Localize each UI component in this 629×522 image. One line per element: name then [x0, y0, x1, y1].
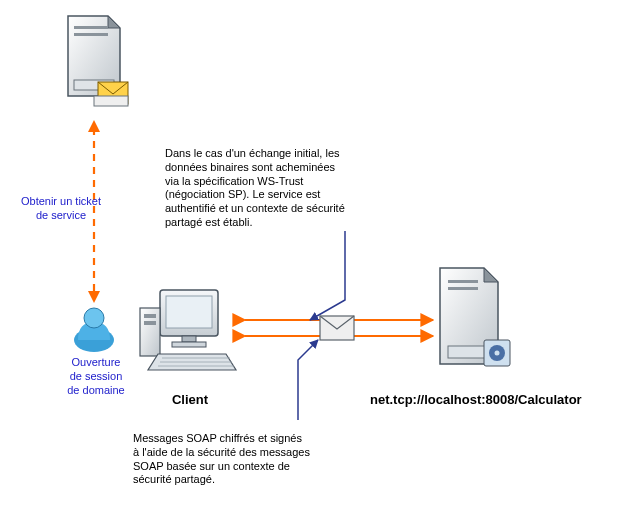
svg-rect-17	[144, 321, 156, 325]
client-computer-icon	[140, 290, 236, 370]
envelope-icon	[320, 316, 354, 340]
svg-rect-21	[448, 280, 478, 283]
ticket-label: Obtenir un ticketde service	[6, 195, 116, 223]
svg-rect-0	[74, 26, 108, 29]
bottom-description: Messages SOAP chiffrés et signésà l'aide…	[133, 432, 343, 487]
svg-rect-29	[320, 316, 354, 340]
svg-rect-23	[448, 346, 490, 358]
svg-marker-6	[88, 120, 100, 132]
svg-rect-15	[140, 308, 160, 356]
service-server-icon	[440, 268, 510, 366]
svg-marker-7	[88, 291, 100, 303]
svg-rect-14	[172, 342, 206, 347]
svg-rect-24	[484, 340, 510, 366]
kdc-server-icon	[68, 16, 128, 106]
svg-rect-22	[448, 287, 478, 290]
service-url-label: net.tcp://localhost:8008/Calculator	[370, 392, 582, 408]
svg-rect-2	[74, 80, 114, 90]
svg-rect-12	[166, 296, 212, 328]
svg-point-10	[84, 308, 104, 328]
svg-rect-16	[144, 314, 156, 318]
top-connector	[310, 231, 345, 320]
svg-point-25	[489, 345, 505, 361]
svg-rect-11	[160, 290, 218, 336]
session-label: Ouverturede sessionde domaine	[56, 356, 136, 397]
user-icon	[74, 308, 114, 352]
svg-rect-3	[98, 82, 128, 104]
svg-point-8	[74, 328, 114, 352]
svg-rect-4	[94, 96, 128, 106]
svg-point-26	[495, 351, 500, 356]
client-label: Client	[150, 392, 230, 408]
svg-point-9	[84, 308, 104, 328]
message-arrows	[245, 320, 433, 336]
svg-rect-13	[182, 336, 196, 342]
bottom-connector	[298, 340, 318, 420]
svg-rect-1	[74, 33, 108, 36]
top-description: Dans le cas d'un échange initial, lesdon…	[165, 147, 385, 230]
